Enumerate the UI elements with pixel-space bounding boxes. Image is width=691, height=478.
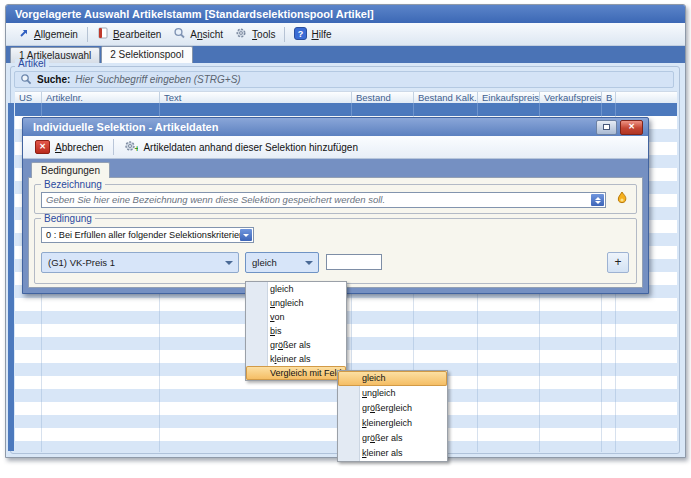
compare-submenu: gleichungleichgrößergleichkleinergleichg…: [337, 370, 448, 462]
mode-combobox[interactable]: 0 : Bei Erfüllen aller folgender Selekti…: [41, 227, 254, 243]
condition-row: (G1) VK-Preis 1 gleich +: [41, 252, 630, 273]
operator-menu-item-vergleich-mit-feld[interactable]: Vergleich mit Feld: [246, 366, 346, 380]
menubar-label: Tools: [252, 29, 275, 40]
dialog-window-buttons: ✕: [596, 120, 648, 135]
compare-submenu-item-gr-ergleich[interactable]: größergleich: [338, 401, 447, 416]
dialog-title: Individuelle Selektion - Artikeldaten: [33, 121, 218, 133]
tab-2-selektionspool[interactable]: 2 Selektionspool: [101, 46, 192, 63]
search-placeholder: Hier Suchbegriff eingeben (STRG+S): [75, 74, 240, 85]
artikel-group-label: Artikel: [15, 59, 49, 69]
menubar-item-ansicht[interactable]: Ansicht: [167, 25, 229, 43]
allgemein-arrow-icon: [18, 27, 30, 41]
cancel-x-icon: ✕: [35, 140, 50, 154]
selected-row-cell: [478, 103, 540, 116]
tab-bedingungen[interactable]: Bedingungen: [31, 162, 110, 178]
menubar-label: Hilfe: [311, 29, 331, 40]
menubar: AllgemeinBearbeitenAnsichtTools?Hilfe: [6, 23, 685, 46]
restore-icon[interactable]: [596, 120, 617, 135]
menubar-label: Ansicht: [190, 29, 223, 40]
operator-menu-item-von[interactable]: von: [246, 310, 346, 324]
operator-value: gleich: [252, 257, 277, 268]
individuelle-selektion-dialog: Individuelle Selektion - Artikeldaten ✕ …: [22, 117, 649, 294]
tabstrip: 1 Artikelauswahl2 Selektionspool: [6, 46, 685, 63]
operator-menu-item-gr-er-als[interactable]: größer als: [246, 338, 346, 352]
condition-value-input[interactable]: [326, 254, 382, 270]
dialog-titlebar: Individuelle Selektion - Artikeldaten ✕: [23, 118, 648, 136]
chevron-down-icon: [225, 261, 233, 265]
row-indicator-strip: [8, 103, 14, 451]
close-icon[interactable]: ✕: [620, 120, 643, 135]
compare-submenu-item-kleinergleich[interactable]: kleinergleich: [338, 416, 447, 431]
mode-value: 0 : Bei Erfüllen aller folgender Selekti…: [46, 230, 244, 240]
operator-combobox[interactable]: gleich: [245, 252, 319, 273]
selected-row-cell: [15, 103, 42, 116]
svg-text:?: ?: [298, 28, 304, 38]
gear-plus-icon: +: [124, 140, 138, 155]
operator-menu-item-kleiner-als[interactable]: kleiner als: [246, 352, 346, 366]
field-combobox[interactable]: (G1) VK-Preis 1: [41, 252, 239, 273]
bezeichnung-group: Bezeichnung Geben Sie hier eine Bezeichn…: [34, 184, 637, 214]
bezeichnung-group-label: Bezeichnung: [41, 180, 105, 189]
menubar-item-hilfe[interactable]: ?Hilfe: [288, 25, 337, 44]
add-condition-button[interactable]: +: [607, 252, 629, 273]
bedingung-group-label: Bedingung: [41, 214, 95, 223]
selected-row-cell: [352, 103, 414, 116]
compare-submenu-item-ungleich[interactable]: ungleich: [338, 386, 447, 401]
bezeichnung-placeholder: Geben Sie hier eine Bezeichnung wenn die…: [46, 194, 385, 205]
selected-grid-row[interactable]: [15, 103, 677, 116]
search-icon: [20, 73, 32, 87]
menubar-label: Bearbeiten: [113, 29, 161, 40]
bearbeiten-edit-icon: [97, 27, 109, 41]
field-value: (G1) VK-Preis 1: [48, 257, 115, 268]
selected-row-cell: [414, 103, 478, 116]
search-bar[interactable]: Suche: Hier Suchbegriff eingeben (STRG+S…: [14, 71, 674, 88]
delete-bezeichnung-icon[interactable]: [615, 191, 629, 209]
menubar-item-allgemein[interactable]: Allgemein: [12, 25, 84, 43]
ansicht-magnifier-icon: [173, 27, 186, 41]
menubar-label: Allgemein: [34, 29, 78, 40]
cancel-label: Abbrechen: [55, 142, 103, 153]
tools-gear-icon: [235, 27, 248, 41]
operator-menu-item-ungleich[interactable]: ungleich: [246, 296, 346, 310]
page: Vorgelagerte Auswahl Artikelstamm [Stand…: [0, 0, 691, 478]
operator-menu: gleichungleichvonbisgrößer alskleiner al…: [245, 281, 347, 381]
svg-text:+: +: [135, 144, 139, 153]
bedingung-group: Bedingung 0 : Bei Erfüllen aller folgend…: [34, 218, 637, 284]
operator-menu-item-gleich[interactable]: gleich: [246, 282, 346, 296]
compare-submenu-item-gr-er-als[interactable]: größer als: [338, 431, 447, 446]
toolbar-separator: [113, 139, 114, 155]
selected-row-cell: [42, 103, 160, 116]
add-selection-label: Artikeldaten anhand dieser Selektion hin…: [143, 142, 358, 153]
bezeichnung-combobox[interactable]: Geben Sie hier eine Bezeichnung wenn die…: [41, 192, 606, 208]
compare-submenu-item-kleiner-als[interactable]: kleiner als: [338, 446, 447, 461]
selected-row-cell: [602, 103, 616, 116]
bezeichnung-dropdown-icon[interactable]: [591, 194, 604, 206]
bedingungen-panel: Bezeichnung Geben Sie hier eine Bezeichn…: [28, 177, 643, 288]
menubar-separator: [87, 27, 88, 42]
menubar-separator: [284, 27, 285, 42]
menubar-item-tools[interactable]: Tools: [229, 25, 281, 43]
window-title: Vorgelagerte Auswahl Artikelstamm [Stand…: [6, 5, 685, 23]
cancel-button[interactable]: ✕ Abbrechen: [29, 138, 109, 156]
operator-menu-item-bis[interactable]: bis: [246, 324, 346, 338]
mode-dropdown-icon[interactable]: [240, 229, 252, 241]
add-selection-button[interactable]: + Artikeldaten anhand dieser Selektion h…: [118, 138, 364, 157]
dialog-body: Bedingungen Bezeichnung Geben Sie hier e…: [23, 159, 648, 293]
selected-row-cell: [540, 103, 602, 116]
menubar-item-bearbeiten[interactable]: Bearbeiten: [91, 25, 167, 43]
compare-submenu-item-gleich[interactable]: gleich: [338, 371, 447, 386]
selected-row-cell: [160, 103, 352, 116]
hilfe-help-icon: ?: [294, 27, 307, 42]
chevron-down-icon: [305, 261, 313, 265]
dialog-toolbar: ✕ Abbrechen + Artikeldaten anhand dieser…: [23, 136, 648, 159]
search-label: Suche:: [37, 74, 70, 85]
